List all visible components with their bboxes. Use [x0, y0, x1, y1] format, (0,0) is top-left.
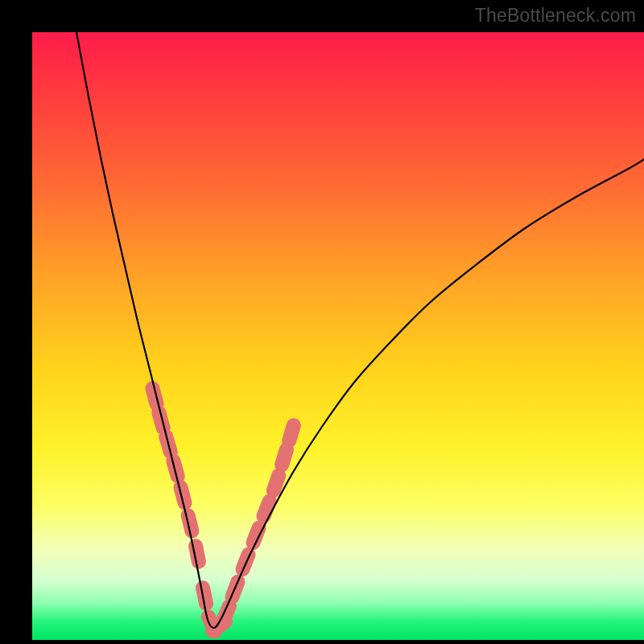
highlight-dot [289, 426, 294, 441]
watermark-text: TheBottleneck.com [475, 5, 636, 27]
highlight-dot [274, 476, 279, 491]
highlight-dot [282, 450, 287, 465]
plot-area [32, 32, 644, 640]
highlight-dot [263, 502, 269, 516]
chart-frame: TheBottleneck.com [0, 0, 644, 644]
main-curve [76, 32, 644, 628]
chart-svg [32, 32, 644, 640]
